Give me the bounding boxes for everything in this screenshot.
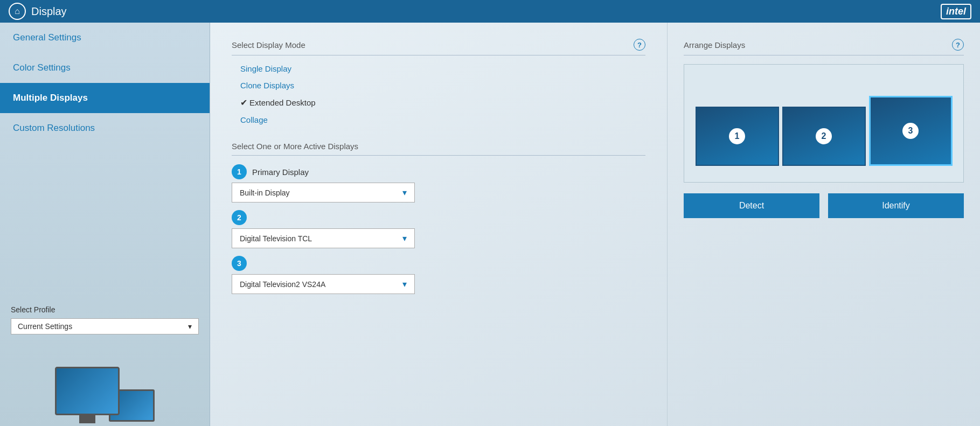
sidebar-item-color-settings[interactable]: Color Settings — [0, 53, 210, 83]
intel-logo: intel — [941, 4, 971, 19]
display-2-select[interactable]: Digital Television TCL ▾ — [232, 228, 415, 248]
display-2-arrow: ▾ — [402, 233, 407, 243]
preview-monitor-1[interactable]: 1 — [696, 107, 779, 166]
identify-button[interactable]: Identify — [828, 193, 964, 218]
display-1-header: 1 Primary Display — [232, 164, 645, 179]
display-row-2: 2 Digital Television TCL ▾ — [232, 210, 645, 248]
display-1-label: Primary Display — [252, 167, 309, 177]
display-badge-1: 1 — [232, 164, 247, 179]
sidebar-item-custom-resolutions[interactable]: Custom Resolutions — [0, 113, 210, 143]
select-profile-label: Select Profile — [11, 305, 199, 314]
display-3-header: 3 — [232, 256, 645, 271]
detect-button[interactable]: Detect — [684, 193, 819, 218]
mode-extended-desktop-label: Extended Desktop — [249, 98, 316, 107]
app-title: Display — [31, 5, 67, 18]
mode-collage[interactable]: Collage — [232, 113, 645, 127]
preview-monitor-2[interactable]: 2 — [782, 107, 866, 166]
select-display-mode-title: Select Display Mode — [232, 40, 305, 50]
arrange-displays-title: Arrange Displays ? — [684, 39, 964, 55]
checkmark-icon: ✔ — [240, 97, 247, 108]
mode-single-display[interactable]: Single Display — [232, 62, 645, 75]
main-layout: General Settings Color Settings Multiple… — [0, 23, 980, 426]
display-3-select[interactable]: Digital Television2 VS24A ▾ — [232, 274, 415, 294]
display-2-value: Digital Television TCL — [240, 234, 312, 243]
preview-badge-2: 2 — [816, 128, 832, 144]
select-active-displays-title: Select One or More Active Displays — [232, 142, 645, 156]
display-1-arrow: ▾ — [402, 187, 407, 198]
preview-monitor-3[interactable]: 3 — [869, 96, 953, 166]
arrange-help-icon[interactable]: ? — [952, 39, 964, 51]
monitor-illustration — [11, 345, 199, 415]
content-left-panel: Select Display Mode ? Single Display Clo… — [210, 23, 668, 426]
desktop-monitor-icon — [55, 367, 120, 415]
display-badge-3: 3 — [232, 256, 247, 271]
mode-options-list: Single Display Clone Displays ✔ Extended… — [232, 62, 645, 127]
display-1-value: Built-in Display — [240, 188, 290, 197]
display-badge-2: 2 — [232, 210, 247, 225]
header-left: ⌂ Display — [9, 3, 67, 20]
preview-badge-1: 1 — [729, 128, 745, 144]
sidebar-item-general-settings[interactable]: General Settings — [0, 23, 210, 53]
select-display-mode-section: Select Display Mode ? — [232, 39, 645, 55]
sidebar: General Settings Color Settings Multiple… — [0, 23, 210, 426]
display-mode-help-icon[interactable]: ? — [634, 39, 645, 51]
sidebar-item-multiple-displays[interactable]: Multiple Displays — [0, 83, 210, 113]
app-header: ⌂ Display intel — [0, 0, 980, 23]
display-2-header: 2 — [232, 210, 645, 225]
display-3-value: Digital Television2 VS24A — [240, 280, 325, 289]
preview-badge-3: 3 — [902, 123, 919, 139]
profile-select-dropdown[interactable]: Current Settings ▾ — [11, 318, 199, 334]
display-1-select[interactable]: Built-in Display ▾ — [232, 183, 415, 202]
display-3-arrow: ▾ — [402, 279, 407, 289]
home-icon[interactable]: ⌂ — [9, 3, 26, 20]
arrange-title-text: Arrange Displays — [684, 40, 745, 50]
sidebar-bottom: Select Profile Current Settings ▾ — [0, 295, 210, 426]
profile-select-arrow: ▾ — [188, 322, 192, 331]
displays-preview-area: 1 2 3 — [684, 64, 964, 183]
display-row-1: 1 Primary Display Built-in Display ▾ — [232, 164, 645, 202]
profile-select-value: Current Settings — [18, 322, 72, 331]
arrange-buttons: Detect Identify — [684, 193, 964, 218]
display-row-3: 3 Digital Television2 VS24A ▾ — [232, 256, 645, 294]
mode-clone-displays[interactable]: Clone Displays — [232, 79, 645, 92]
content-area: Select Display Mode ? Single Display Clo… — [210, 23, 980, 426]
mode-extended-desktop[interactable]: ✔ Extended Desktop — [232, 95, 645, 110]
content-right-panel: Arrange Displays ? 1 2 3 Detect Identify — [668, 23, 980, 426]
